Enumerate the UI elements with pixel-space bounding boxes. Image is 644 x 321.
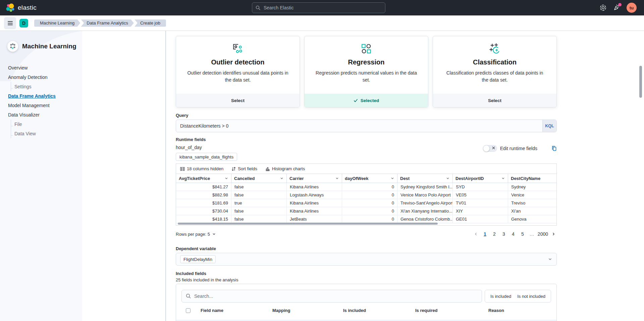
card-description: Regression predicts numerical values in … bbox=[315, 70, 418, 84]
pagination-ellipsis: … bbox=[528, 230, 536, 238]
edit-runtime-fields-toggle[interactable] bbox=[483, 145, 497, 152]
column-header-carrier[interactable]: Carrier bbox=[287, 174, 342, 183]
help-icon[interactable] bbox=[600, 4, 606, 11]
check-icon bbox=[354, 98, 358, 103]
included-fields-summary: 25 fields included in the analysis bbox=[176, 277, 557, 282]
table-row: $730.04 false Kibana Airlines 0 Xi'an Xi… bbox=[176, 207, 556, 215]
column-header-dayofweek[interactable]: dayOfWeek bbox=[342, 174, 397, 183]
chevron-down-icon bbox=[224, 176, 228, 180]
dependent-variable-value: FlightDelayMin bbox=[180, 255, 216, 263]
fields-filter-group: Is included Is not included bbox=[485, 290, 551, 303]
fields-table-first-row bbox=[176, 320, 556, 321]
chevron-down-icon bbox=[548, 257, 552, 262]
sidebar-nav: Overview Anomaly Detection Settings Data… bbox=[0, 63, 82, 138]
runtime-fields-section: Runtime fields hour_of_day Edit runtime … bbox=[176, 137, 557, 150]
included-fields-panel: Search... Is included Is not included Fi… bbox=[176, 284, 557, 321]
query-label: Query bbox=[176, 113, 557, 118]
elastic-logo-text: elastic bbox=[18, 4, 37, 11]
fields-search-input[interactable]: Search... bbox=[181, 290, 482, 303]
next-page-icon[interactable] bbox=[550, 232, 557, 236]
column-header-cancelled[interactable]: Cancelled bbox=[231, 174, 287, 183]
card-description: Outlier detection identifies unusual dat… bbox=[186, 70, 289, 84]
pagination-page-3[interactable]: 3 bbox=[500, 230, 507, 238]
fields-search-placeholder: Search... bbox=[194, 293, 213, 299]
newsfeed-icon[interactable] bbox=[613, 4, 620, 11]
sidebar-item-data-frame-analytics[interactable]: Data Frame Analytics bbox=[0, 91, 82, 101]
columns-hidden-button[interactable]: 18 columns hidden bbox=[180, 166, 223, 171]
pagination-page-2000[interactable]: 2000 bbox=[538, 230, 548, 238]
pagination-page-1[interactable]: 1 bbox=[481, 230, 489, 238]
fields-column-field-name: Field name bbox=[201, 308, 272, 313]
card-title: Outlier detection bbox=[211, 58, 265, 66]
card-title: Classification bbox=[473, 58, 517, 66]
fields-column-mapping: Mapping bbox=[272, 308, 343, 313]
pagination-page-4[interactable]: 4 bbox=[509, 230, 517, 238]
header-actions: tu bbox=[600, 3, 639, 13]
select-classification-button[interactable]: Select bbox=[433, 94, 556, 107]
query-input[interactable]: DistanceKilometers > 0 KQL bbox=[176, 120, 557, 132]
elastic-logo[interactable]: elastic bbox=[5, 3, 37, 12]
rows-per-page-button[interactable]: Rows per page: 5 bbox=[176, 232, 216, 237]
chevron-down-icon bbox=[335, 176, 339, 180]
breadcrumb-machine-learning[interactable]: Machine Learning bbox=[34, 19, 80, 27]
chevron-down-icon bbox=[501, 176, 505, 180]
sidebar-item-anomaly-detection[interactable]: Anomaly Detection bbox=[0, 73, 82, 82]
filter-is-included[interactable]: Is included bbox=[490, 294, 511, 299]
sidebar-item-file[interactable]: File bbox=[11, 120, 82, 129]
menu-button[interactable] bbox=[4, 17, 16, 29]
sidebar-item-settings[interactable]: Settings bbox=[11, 82, 82, 91]
pagination-page-5[interactable]: 5 bbox=[519, 230, 526, 238]
horizontal-scrollbar[interactable] bbox=[178, 223, 438, 225]
included-fields-label: Included fields bbox=[176, 271, 557, 276]
page-scrollbar-thumb[interactable] bbox=[639, 66, 642, 98]
breadcrumb-data-frame-analytics[interactable]: Data Frame Analytics bbox=[81, 19, 134, 27]
sidebar-header: Machine Learning bbox=[0, 31, 82, 52]
create-job-wizard: Outlier detection Outlier detection iden… bbox=[82, 31, 644, 321]
chevron-down-icon bbox=[390, 176, 394, 180]
card-regression: Regression Regression predicts numerical… bbox=[304, 36, 428, 107]
card-classification: Classification Classification predicts c… bbox=[433, 36, 557, 107]
ml-sidebar: Machine Learning Overview Anomaly Detect… bbox=[0, 31, 82, 321]
select-all-checkbox[interactable] bbox=[186, 308, 191, 313]
filter-is-not-included[interactable]: Is not included bbox=[517, 294, 545, 299]
pagination: 1 2 3 4 5 … 2000 bbox=[473, 230, 557, 238]
hamburger-icon bbox=[8, 21, 13, 22]
sidebar-item-data-visualizer[interactable]: Data Visualizer bbox=[0, 110, 82, 120]
breadcrumb-create-job: Create job bbox=[135, 19, 166, 27]
sidebar-item-model-management[interactable]: Model Management bbox=[0, 101, 82, 110]
search-icon bbox=[186, 293, 191, 299]
chevron-down-icon bbox=[212, 232, 216, 236]
sidebar-item-overview[interactable]: Overview bbox=[0, 63, 82, 73]
sort-fields-button[interactable]: Sort fields bbox=[231, 166, 257, 171]
sidebar-item-data-view[interactable]: Data View bbox=[11, 129, 82, 138]
column-header-dest[interactable]: Dest bbox=[397, 174, 453, 183]
dependent-variable-select[interactable]: FlightDelayMin bbox=[176, 253, 557, 266]
elastic-logo-icon bbox=[5, 3, 15, 12]
wizard-step-connector bbox=[165, 31, 166, 321]
global-search-input[interactable]: Search Elastic bbox=[252, 2, 385, 13]
card-outlier-detection: Outlier detection Outlier detection iden… bbox=[176, 36, 300, 107]
search-icon bbox=[256, 5, 261, 10]
regression-icon bbox=[361, 43, 372, 54]
machine-learning-app-icon bbox=[7, 41, 18, 52]
job-type-cards: Outlier detection Outlier detection iden… bbox=[176, 36, 557, 107]
dependent-variable-label: Dependent variable bbox=[176, 246, 557, 251]
histogram-charts-button[interactable]: Histogram charts bbox=[265, 166, 305, 171]
previous-page-icon[interactable] bbox=[473, 232, 479, 236]
table-row: $882.98 false Logstash Airways 0 Venice … bbox=[176, 191, 556, 199]
copy-icon[interactable] bbox=[551, 145, 557, 151]
card-title: Regression bbox=[348, 58, 385, 66]
column-header-avgticketprice[interactable]: AvgTicketPrice bbox=[176, 174, 231, 183]
global-header: elastic Search Elastic bbox=[0, 0, 644, 15]
histogram-icon bbox=[265, 167, 270, 171]
pagination-page-2[interactable]: 2 bbox=[491, 230, 498, 238]
runtime-fields-label: Runtime fields bbox=[176, 137, 557, 142]
index-badge: kibana_sample_data_flights bbox=[176, 153, 237, 161]
selected-regression-button[interactable]: Selected bbox=[305, 94, 428, 107]
kql-language-button[interactable]: KQL bbox=[542, 120, 556, 132]
column-header-destairportid[interactable]: DestAirportID bbox=[453, 174, 508, 183]
space-badge[interactable]: D bbox=[19, 19, 28, 28]
user-avatar[interactable]: tu bbox=[627, 3, 637, 13]
select-outlier-detection-button[interactable]: Select bbox=[176, 94, 300, 107]
column-header-destcityname[interactable]: DestCityName bbox=[508, 174, 557, 183]
